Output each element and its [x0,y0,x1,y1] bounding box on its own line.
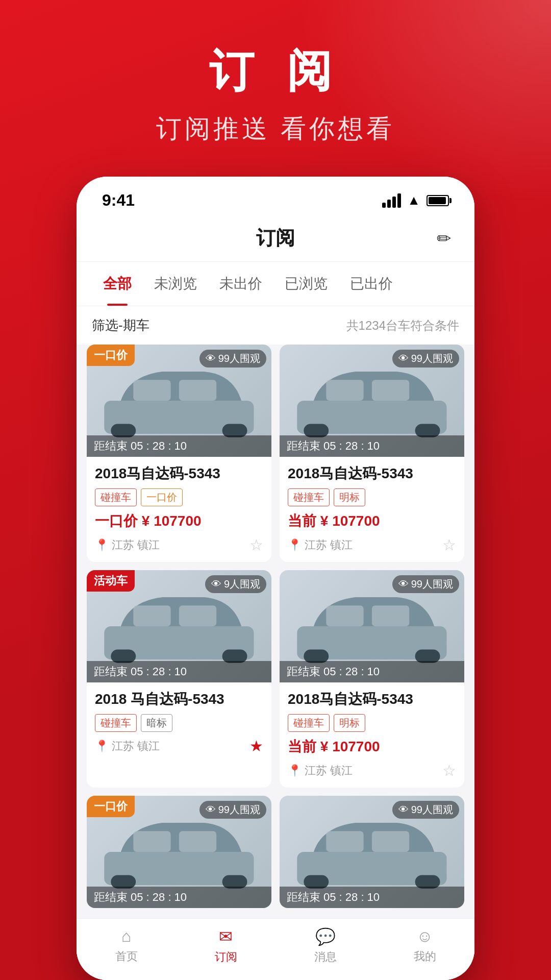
car-location: 📍 江苏 镇江 [288,763,353,778]
phone-mockup: 9:41 ▲ 订阅 ✏ 全部 [77,177,474,980]
car-title: 2018马自达码-5343 [95,464,263,483]
svg-rect-9 [372,380,409,401]
car-price-row: 当前 ¥ 107700 [288,511,456,531]
car-image-wrap: 一口价 👁99人围观 距结束 05 : 28 : 10 [87,345,271,457]
tab-unpriced[interactable]: 未出价 [208,262,273,306]
tag-mingbiao: 明标 [334,714,365,732]
car-info: 2018马自达码-5343 碰撞车 一口价 一口价 ¥ 107700 📍 江苏 … [87,457,271,562]
nav-mine-label: 我的 [414,949,436,964]
car-card[interactable]: 👁99人围观 距结束 05 : 28 : 10 2018马自达码-5343 碰撞… [280,570,464,788]
car-image-wrap: 活动车 👁9人围观 距结束 05 : 28 : 10 [87,570,271,682]
viewers-badge: 👁99人围观 [199,350,266,368]
car-card[interactable]: 👁99人围观 距结束 05 : 28 : 10 [280,796,464,908]
car-tags: 碰撞车 明标 [288,714,456,732]
car-title: 2018马自达码-5343 [288,690,456,709]
timer-label: 距结束 [94,438,128,454]
car-location: 📍 江苏 镇江 [95,739,160,754]
timer-bar: 距结束 05 : 28 : 10 [280,435,464,457]
edit-icon[interactable]: ✏ [437,228,451,249]
timer-label: 距结束 [94,664,128,679]
timer-bar: 距结束 05 : 28 : 10 [87,435,271,457]
tag-crash: 碰撞车 [288,714,330,732]
eye-icon: 👁 [398,353,409,364]
eye-icon: 👁 [398,578,409,590]
badge-yikoujia: 一口价 [87,796,135,817]
filter-count: 共1234台车符合条件 [346,317,459,334]
message-icon: 💬 [315,927,336,946]
timer-bar: 距结束 05 : 28 : 10 [87,887,271,908]
car-info: 2018马自达码-5343 碰撞车 明标 当前 ¥ 107700 📍 江苏 镇江… [280,457,464,562]
car-image-wrap: 👁99人围观 距结束 05 : 28 : 10 [280,570,464,682]
car-location-row: 📍 江苏 镇江 ★ [95,737,263,755]
tab-all[interactable]: 全部 [92,262,143,306]
nav-home[interactable]: ⌂ 首页 [77,927,176,965]
star-icon[interactable]: ☆ [442,762,456,779]
tag-crash: 碰撞车 [288,488,330,506]
page-background: 订 阅 订阅推送 看你想看 9:41 ▲ 订阅 [0,0,551,980]
badge-yikoujia: 一口价 [87,345,135,366]
viewers-badge: 👁99人围观 [392,575,459,593]
car-card[interactable]: 👁99人围观 距结束 05 : 28 : 10 2018马自达码-5343 碰撞… [280,345,464,562]
viewers-badge: 👁9人围观 [205,575,266,593]
nav-subscribe-label: 订阅 [215,949,237,965]
eye-icon: 👁 [206,804,216,816]
car-card[interactable]: 活动车 👁9人围观 距结束 05 : 28 : 10 2018 马自达码-534… [87,570,271,788]
filter-text: 筛选-期车 [92,317,149,333]
eye-icon: 👁 [206,353,216,364]
star-icon-filled[interactable]: ★ [249,737,263,755]
nav-message-label: 消息 [314,949,337,965]
nav-mine[interactable]: ☺ 我的 [375,927,474,965]
timer-label: 距结束 [287,438,320,454]
tag-anbiao: 暗标 [141,714,172,732]
filter-label[interactable]: 筛选-期车 [92,316,149,334]
svg-rect-19 [372,605,409,626]
svg-rect-4 [179,380,216,401]
car-card[interactable]: 一口价 👁99人围观 距结束 05 : 28 : 10 2018马自达码-534… [87,345,271,562]
app-content: 订阅 ✏ 全部 未浏览 未出价 已浏览 已出价 筛选-期车 共1234台车符合条… [77,215,474,980]
timer-value: 05 : 28 : 10 [323,665,380,678]
svg-rect-18 [326,605,363,626]
viewers-badge: 👁99人围观 [392,801,459,819]
timer-label: 距结束 [94,890,128,905]
car-card[interactable]: 一口价 👁99人围观 距结束 05 : 28 : 10 [87,796,271,908]
car-grid: 一口价 👁99人围观 距结束 05 : 28 : 10 2018马自达码-534… [77,345,474,918]
svg-rect-3 [133,380,170,401]
car-image-wrap: 👁99人围观 距结束 05 : 28 : 10 [280,345,464,457]
tab-unviewed[interactable]: 未浏览 [143,262,208,306]
tag-mingbiao: 明标 [334,488,365,506]
car-title: 2018马自达码-5343 [288,464,456,483]
car-location-row: 📍 江苏 镇江 ☆ [288,762,456,779]
tab-viewed[interactable]: 已浏览 [273,262,339,306]
top-nav: 订阅 ✏ [77,215,474,262]
filter-tabs: 全部 未浏览 未出价 已浏览 已出价 [77,262,474,306]
car-image-wrap: 一口价 👁99人围观 距结束 05 : 28 : 10 [87,796,271,908]
svg-rect-13 [133,605,170,626]
viewers-badge: 👁99人围观 [392,350,459,368]
svg-rect-8 [326,380,363,401]
tag-crash: 碰撞车 [95,488,137,506]
car-location: 📍 江苏 镇江 [288,537,353,553]
car-title: 2018 马自达码-5343 [95,690,263,709]
viewers-badge: 👁99人围观 [199,801,266,819]
bottom-nav: ⌂ 首页 ✉ 订阅 💬 消息 ☺ 我的 [77,918,474,980]
timer-value: 05 : 28 : 10 [131,439,187,453]
tab-priced[interactable]: 已出价 [339,262,404,306]
status-bar: 9:41 ▲ [77,177,474,215]
status-icons: ▲ [382,192,449,208]
tag-crash: 碰撞车 [95,714,137,732]
nav-home-label: 首页 [115,949,138,964]
nav-subscribe[interactable]: ✉ 订阅 [176,927,276,965]
timer-label: 距结束 [287,664,320,679]
car-price-row: 当前 ¥ 107700 [288,737,456,756]
car-price-row: 一口价 ¥ 107700 [95,511,263,531]
subscribe-icon: ✉ [219,927,233,946]
timer-bar: 距结束 05 : 28 : 10 [280,661,464,682]
star-icon[interactable]: ☆ [249,536,263,554]
car-tags: 碰撞车 一口价 [95,488,263,506]
signal-icon [382,193,401,208]
nav-message[interactable]: 💬 消息 [276,927,375,965]
hero-title: 订 阅 [209,41,342,102]
star-icon[interactable]: ☆ [442,536,456,554]
wifi-icon: ▲ [407,192,420,208]
car-location: 📍 江苏 镇江 [95,537,160,553]
